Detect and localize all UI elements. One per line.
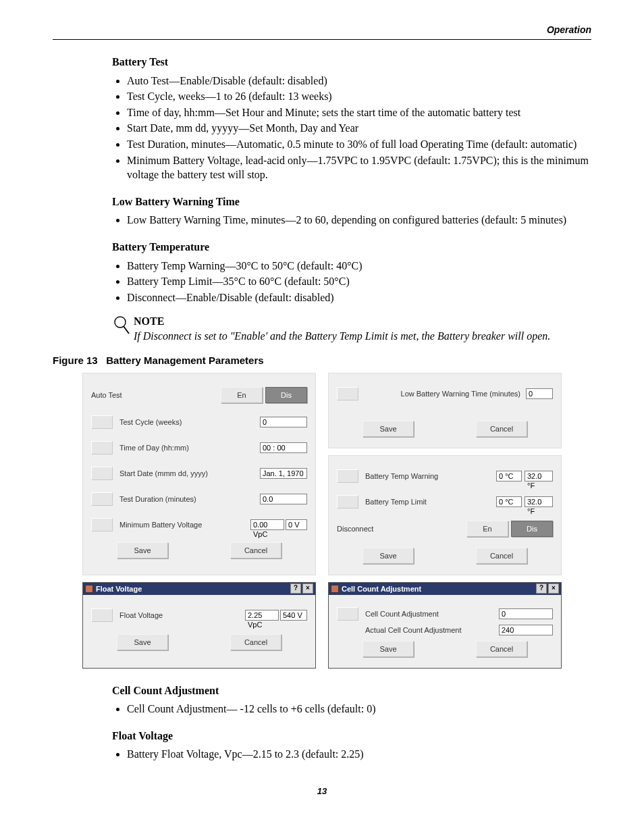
dis-button[interactable]: Dis xyxy=(511,521,553,537)
dialog-title: Cell Count Adjustment xyxy=(342,585,421,593)
label-test-duration: Test Duration (minutes) xyxy=(119,495,260,503)
input-temp-warn-c[interactable]: 0 °C xyxy=(496,471,522,481)
cancel-button[interactable]: Cancel xyxy=(476,548,527,564)
label-cca: Cell Count Adjustment xyxy=(365,610,499,618)
stepper-stub[interactable] xyxy=(91,415,113,429)
save-button[interactable]: Save xyxy=(363,548,414,564)
list-item: Battery Float Voltage, Vpc—2.15 to 2.3 (… xyxy=(127,747,591,762)
list-item: Low Battery Warning Time, minutes—2 to 6… xyxy=(127,213,591,228)
input-temp-warn-f[interactable]: 32.0 °F xyxy=(525,471,553,481)
list-item: Battery Temp Warning—30°C to 50°C (defau… xyxy=(127,259,591,273)
list-item: Disconnect—Enable/Disable (default: disa… xyxy=(127,290,591,305)
list-item: Test Cycle, weeks—1 to 26 (default: 13 w… xyxy=(127,89,591,104)
dialog-float-voltage: Float Voltage ? × Float Voltage 2.25 VpC… xyxy=(82,582,316,669)
input-time-of-day[interactable]: 00 : 00 xyxy=(260,442,307,453)
input-acca[interactable]: 240 xyxy=(499,625,553,635)
stepper-stub[interactable] xyxy=(91,467,113,480)
stepper-stub[interactable] xyxy=(337,607,358,621)
label-time-of-day: Time of Day (hh:mm) xyxy=(119,444,260,452)
dis-button[interactable]: Dis xyxy=(265,387,307,403)
label-temp-warning: Battery Temp Warning xyxy=(365,472,496,480)
list-battery-temp: Battery Temp Warning—30°C to 50°C (defau… xyxy=(112,259,591,305)
list-lbw: Low Battery Warning Time, minutes—2 to 6… xyxy=(112,213,591,228)
en-button[interactable]: En xyxy=(466,521,508,537)
input-min-batt-vpc[interactable]: 0.00 VpC xyxy=(250,519,284,530)
panel-battery-temp: Battery Temp Warning 0 °C 32.0 °F Batter… xyxy=(328,455,562,575)
save-button[interactable]: Save xyxy=(117,542,168,558)
dialog-cell-count: Cell Count Adjustment ? × Cell Count Adj… xyxy=(328,582,562,669)
input-start-date[interactable]: Jan. 1, 1970 xyxy=(260,468,307,479)
close-button[interactable]: × xyxy=(548,583,559,594)
cancel-button[interactable]: Cancel xyxy=(476,421,527,437)
heading-float-voltage: Float Voltage xyxy=(112,729,591,744)
stepper-stub[interactable] xyxy=(337,469,358,483)
input-min-batt-v[interactable]: 0 V xyxy=(286,519,307,530)
header-rule xyxy=(53,39,591,40)
help-button[interactable]: ? xyxy=(290,583,301,594)
heading-battery-temperature: Battery Temperature xyxy=(112,240,591,255)
heading-cell-count: Cell Count Adjustment xyxy=(112,683,591,698)
list-item: Cell Count Adjustment— -12 cells to +6 c… xyxy=(127,702,591,716)
list-item: Test Duration, minutes—Automatic, 0.5 mi… xyxy=(127,137,591,152)
input-lbw[interactable]: 0 xyxy=(526,388,553,399)
list-battery-test: Auto Test—Enable/Disable (default: disab… xyxy=(112,74,591,182)
label-float-voltage: Float Voltage xyxy=(119,611,245,619)
label-start-date: Start Date (mmm dd, yyyy) xyxy=(119,469,260,477)
help-button[interactable]: ? xyxy=(536,583,547,594)
label-auto-test: Auto Test xyxy=(91,391,221,399)
cancel-button[interactable]: Cancel xyxy=(476,641,527,657)
list-item: Minimum Battery Voltage, lead-acid only—… xyxy=(127,153,591,182)
heading-low-battery-warning-time: Low Battery Warning Time xyxy=(112,194,591,209)
app-icon xyxy=(85,585,93,593)
heading-battery-test: Battery Test xyxy=(112,55,591,70)
dialog-title: Float Voltage xyxy=(96,585,142,593)
list-float-voltage: Battery Float Voltage, Vpc—2.15 to 2.3 (… xyxy=(112,747,591,762)
cancel-button[interactable]: Cancel xyxy=(230,542,281,558)
stepper-stub[interactable] xyxy=(91,608,113,622)
input-temp-limit-f[interactable]: 32.0 °F xyxy=(525,496,553,507)
magnifier-icon xyxy=(113,314,134,340)
list-item: Time of day, hh:mm—Set Hour and Minute; … xyxy=(127,105,591,120)
save-button[interactable]: Save xyxy=(117,634,168,650)
list-item: Start Date, mm dd, yyyyy—Set Month, Day … xyxy=(127,121,591,136)
label-test-cycle: Test Cycle (weeks) xyxy=(119,418,260,426)
cancel-button[interactable]: Cancel xyxy=(230,634,281,650)
input-float-v[interactable]: 540 V xyxy=(280,610,307,621)
list-item: Battery Temp Limit—35°C to 60°C (default… xyxy=(127,274,591,289)
page-number: 13 xyxy=(53,786,591,796)
note-text: If Disconnect is set to "Enable' and the… xyxy=(134,329,591,344)
figure-caption: Figure 13 Battery Management Parameters xyxy=(53,355,591,366)
list-cell-count: Cell Count Adjustment— -12 cells to +6 c… xyxy=(112,702,591,716)
label-lbw: Low Battery Warning Time (minutes) xyxy=(365,390,526,398)
en-button[interactable]: En xyxy=(221,387,263,403)
stepper-stub[interactable] xyxy=(91,492,113,506)
label-min-batt-voltage: Minimum Battery Voltage xyxy=(119,521,250,529)
save-button[interactable]: Save xyxy=(363,421,414,437)
note-title: NOTE xyxy=(134,314,591,329)
figure-label: Figure 13 xyxy=(53,355,98,366)
app-icon xyxy=(331,585,339,593)
panel-auto-test: Auto Test En Dis Test Cycle (weeks) 0 Ti… xyxy=(82,373,316,575)
stepper-stub[interactable] xyxy=(337,387,358,400)
svg-line-1 xyxy=(124,326,129,334)
label-disconnect: Disconnect xyxy=(337,525,466,533)
stepper-stub[interactable] xyxy=(91,518,113,531)
label-temp-limit: Battery Temp Limit xyxy=(365,498,496,506)
list-item: Auto Test—Enable/Disable (default: disab… xyxy=(127,74,591,88)
stepper-stub[interactable] xyxy=(91,441,113,454)
input-test-cycle[interactable]: 0 xyxy=(260,417,307,427)
input-temp-limit-c[interactable]: 0 °C xyxy=(496,496,522,507)
input-cca[interactable]: 0 xyxy=(499,608,553,619)
input-test-duration[interactable]: 0.0 xyxy=(260,494,307,504)
input-float-vpc[interactable]: 2.25 VpC xyxy=(245,610,279,621)
panel-low-batt-warning: Low Battery Warning Time (minutes) 0 Sav… xyxy=(328,373,562,448)
label-acca: Actual Cell Count Adjustment xyxy=(365,626,499,634)
figure-title: Battery Management Parameters xyxy=(106,355,263,366)
section-header: Operation xyxy=(53,24,591,35)
save-button[interactable]: Save xyxy=(363,641,414,657)
stepper-stub[interactable] xyxy=(337,495,358,509)
figure-screenshots: Auto Test En Dis Test Cycle (weeks) 0 Ti… xyxy=(53,373,591,669)
close-button[interactable]: × xyxy=(302,583,313,594)
